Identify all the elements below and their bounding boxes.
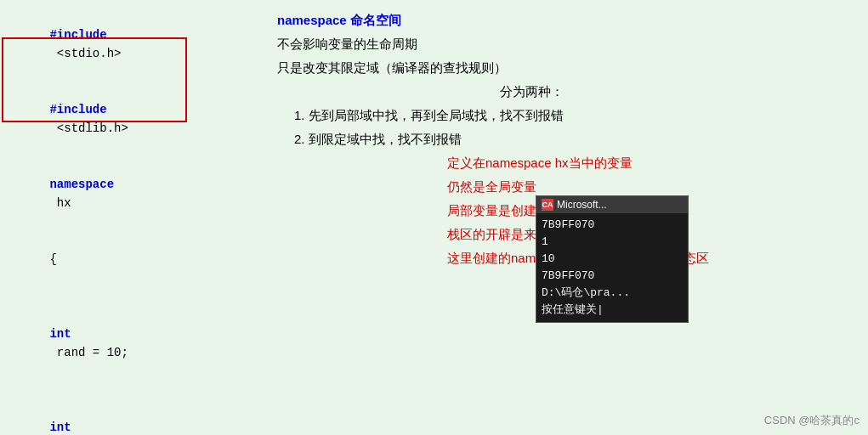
annotation-panel: namespace 命名空间 不会影响变量的生命周期 只是改变其限定域（编译器的… <box>264 0 868 435</box>
anno-line1: 不会影响变量的生命周期 <box>277 32 854 56</box>
code-line-2: #include <stdlib.h> <box>3 82 260 156</box>
code-text-2: <stdlib.h> <box>49 121 128 135</box>
anno-red1-text: 定义在namespace hx当中的变量 <box>447 155 633 170</box>
keyword-int2: int <box>49 421 71 434</box>
csdn-watermark: CSDN @哈茶真的c <box>764 413 859 428</box>
terminal-line-4: 7B9FF070 <box>542 268 683 285</box>
anno-line3-text: 分为两种： <box>500 84 564 99</box>
anno-line3: 分为两种： <box>277 80 854 104</box>
code-line-5: int rand = 10; <box>3 287 260 381</box>
code-line-1: #include <stdio.h> <box>3 7 260 82</box>
terminal-titlebar: CA Microsoft... <box>536 196 688 213</box>
terminal-title: Microsoft... <box>557 199 607 211</box>
terminal-body: 7B9FF070 1 10 7B9FF070 D:\码仓\pra... 按任意键… <box>536 213 688 322</box>
terminal-footer1: D:\码仓\pra... <box>542 285 683 302</box>
anno-item1-text: 1. 先到局部域中找，再到全局域找，找不到报错 <box>294 108 564 122</box>
code-line-6: int x = 1; <box>3 381 260 435</box>
code-line-4: { <box>3 231 260 287</box>
var-rand: rand = 10; <box>49 346 128 359</box>
terminal-line-1: 7B9FF070 <box>542 217 683 234</box>
anno-line2-text: 只是改变其限定域（编译器的查找规则） <box>277 60 507 75</box>
keyword-include2: #include <box>49 103 106 116</box>
anno-red2-text: 仍然是全局变量 <box>447 179 536 194</box>
keyword-include: #include <box>49 28 106 42</box>
terminal-line-2: 1 <box>542 234 683 251</box>
anno-line1-text: 不会影响变量的生命周期 <box>277 37 417 51</box>
code-text: <stdio.h> <box>49 47 121 60</box>
anno-title: namespace 命名空间 <box>277 8 854 32</box>
anno-red1: 定义在namespace hx当中的变量 <box>277 151 854 175</box>
keyword-namespace: namespace <box>49 178 114 191</box>
terminal-footer2: 按任意键关| <box>542 302 683 319</box>
anno-item1: 1. 先到局部域中找，再到全局域找，找不到报错 <box>277 104 854 127</box>
brace-open: { <box>49 252 56 266</box>
anno-line2: 只是改变其限定域（编译器的查找规则） <box>277 56 854 80</box>
main-container: #include <stdio.h> #include <stdlib.h> n… <box>0 0 868 435</box>
code-text-3: hx <box>49 196 71 210</box>
code-panel: #include <stdio.h> #include <stdlib.h> n… <box>0 0 264 435</box>
anno-item2-text: 2. 到限定域中找，找不到报错 <box>294 132 462 146</box>
terminal-popup: CA Microsoft... 7B9FF070 1 10 7B9FF070 D… <box>536 195 689 323</box>
anno-title-text: namespace 命名空间 <box>277 13 401 27</box>
code-line-3: namespace hx <box>3 156 260 231</box>
keyword-int1: int <box>49 327 71 341</box>
indent-space2 <box>49 402 78 415</box>
ca-icon: CA <box>542 199 553 211</box>
terminal-line-3: 10 <box>542 251 683 268</box>
anno-item2: 2. 到限定域中找，找不到报错 <box>277 127 854 151</box>
indent-space <box>49 308 78 322</box>
